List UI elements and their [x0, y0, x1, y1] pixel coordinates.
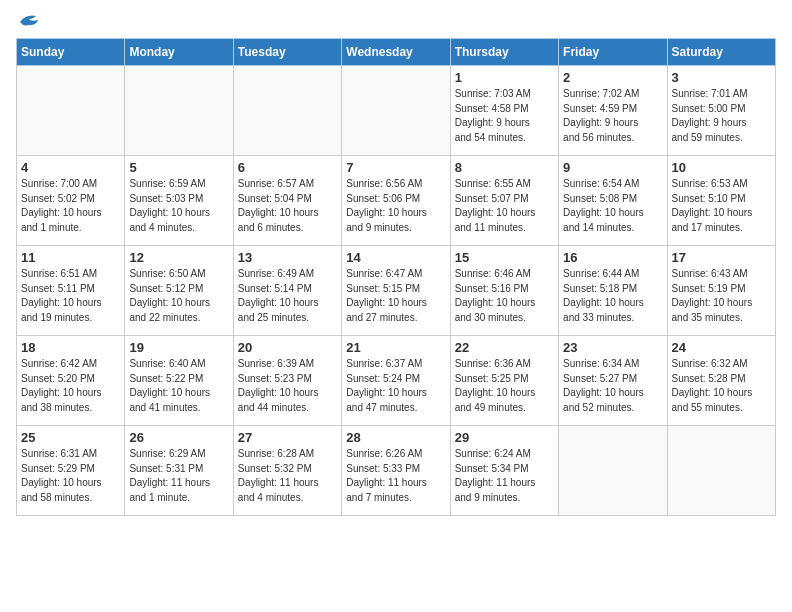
calendar-week-1: 4Sunrise: 7:00 AM Sunset: 5:02 PM Daylig…	[17, 156, 776, 246]
day-number: 17	[672, 250, 771, 265]
day-number: 6	[238, 160, 337, 175]
calendar-header-monday: Monday	[125, 39, 233, 66]
day-info: Sunrise: 6:56 AM Sunset: 5:06 PM Dayligh…	[346, 177, 445, 235]
calendar-cell: 4Sunrise: 7:00 AM Sunset: 5:02 PM Daylig…	[17, 156, 125, 246]
calendar-cell: 6Sunrise: 6:57 AM Sunset: 5:04 PM Daylig…	[233, 156, 341, 246]
day-info: Sunrise: 6:46 AM Sunset: 5:16 PM Dayligh…	[455, 267, 554, 325]
day-number: 28	[346, 430, 445, 445]
calendar-cell: 3Sunrise: 7:01 AM Sunset: 5:00 PM Daylig…	[667, 66, 775, 156]
day-info: Sunrise: 6:50 AM Sunset: 5:12 PM Dayligh…	[129, 267, 228, 325]
day-info: Sunrise: 6:39 AM Sunset: 5:23 PM Dayligh…	[238, 357, 337, 415]
calendar-cell: 18Sunrise: 6:42 AM Sunset: 5:20 PM Dayli…	[17, 336, 125, 426]
calendar-cell: 5Sunrise: 6:59 AM Sunset: 5:03 PM Daylig…	[125, 156, 233, 246]
day-number: 9	[563, 160, 662, 175]
calendar-header-saturday: Saturday	[667, 39, 775, 66]
day-number: 25	[21, 430, 120, 445]
calendar-week-4: 25Sunrise: 6:31 AM Sunset: 5:29 PM Dayli…	[17, 426, 776, 516]
day-number: 10	[672, 160, 771, 175]
day-number: 23	[563, 340, 662, 355]
day-number: 7	[346, 160, 445, 175]
day-number: 15	[455, 250, 554, 265]
day-info: Sunrise: 6:59 AM Sunset: 5:03 PM Dayligh…	[129, 177, 228, 235]
day-number: 3	[672, 70, 771, 85]
day-number: 21	[346, 340, 445, 355]
day-number: 2	[563, 70, 662, 85]
calendar-cell: 25Sunrise: 6:31 AM Sunset: 5:29 PM Dayli…	[17, 426, 125, 516]
day-info: Sunrise: 6:28 AM Sunset: 5:32 PM Dayligh…	[238, 447, 337, 505]
day-info: Sunrise: 6:49 AM Sunset: 5:14 PM Dayligh…	[238, 267, 337, 325]
day-number: 14	[346, 250, 445, 265]
day-info: Sunrise: 6:51 AM Sunset: 5:11 PM Dayligh…	[21, 267, 120, 325]
calendar-table: SundayMondayTuesdayWednesdayThursdayFrid…	[16, 38, 776, 516]
day-number: 1	[455, 70, 554, 85]
day-number: 29	[455, 430, 554, 445]
calendar-cell: 16Sunrise: 6:44 AM Sunset: 5:18 PM Dayli…	[559, 246, 667, 336]
calendar-cell: 13Sunrise: 6:49 AM Sunset: 5:14 PM Dayli…	[233, 246, 341, 336]
calendar-cell: 12Sunrise: 6:50 AM Sunset: 5:12 PM Dayli…	[125, 246, 233, 336]
day-number: 18	[21, 340, 120, 355]
day-number: 13	[238, 250, 337, 265]
day-info: Sunrise: 6:53 AM Sunset: 5:10 PM Dayligh…	[672, 177, 771, 235]
day-number: 22	[455, 340, 554, 355]
calendar-cell: 22Sunrise: 6:36 AM Sunset: 5:25 PM Dayli…	[450, 336, 558, 426]
calendar-cell	[125, 66, 233, 156]
logo	[16, 16, 40, 30]
day-info: Sunrise: 6:37 AM Sunset: 5:24 PM Dayligh…	[346, 357, 445, 415]
day-info: Sunrise: 6:47 AM Sunset: 5:15 PM Dayligh…	[346, 267, 445, 325]
day-info: Sunrise: 6:44 AM Sunset: 5:18 PM Dayligh…	[563, 267, 662, 325]
day-number: 8	[455, 160, 554, 175]
calendar-cell: 19Sunrise: 6:40 AM Sunset: 5:22 PM Dayli…	[125, 336, 233, 426]
calendar-cell: 21Sunrise: 6:37 AM Sunset: 5:24 PM Dayli…	[342, 336, 450, 426]
calendar-cell: 2Sunrise: 7:02 AM Sunset: 4:59 PM Daylig…	[559, 66, 667, 156]
calendar-cell	[667, 426, 775, 516]
day-number: 26	[129, 430, 228, 445]
day-info: Sunrise: 6:43 AM Sunset: 5:19 PM Dayligh…	[672, 267, 771, 325]
calendar-cell: 23Sunrise: 6:34 AM Sunset: 5:27 PM Dayli…	[559, 336, 667, 426]
day-info: Sunrise: 6:29 AM Sunset: 5:31 PM Dayligh…	[129, 447, 228, 505]
calendar-header-thursday: Thursday	[450, 39, 558, 66]
calendar-cell	[233, 66, 341, 156]
calendar-cell: 29Sunrise: 6:24 AM Sunset: 5:34 PM Dayli…	[450, 426, 558, 516]
day-info: Sunrise: 6:34 AM Sunset: 5:27 PM Dayligh…	[563, 357, 662, 415]
day-number: 20	[238, 340, 337, 355]
calendar-header-row: SundayMondayTuesdayWednesdayThursdayFrid…	[17, 39, 776, 66]
day-info: Sunrise: 7:02 AM Sunset: 4:59 PM Dayligh…	[563, 87, 662, 145]
calendar-cell: 15Sunrise: 6:46 AM Sunset: 5:16 PM Dayli…	[450, 246, 558, 336]
calendar-cell: 28Sunrise: 6:26 AM Sunset: 5:33 PM Dayli…	[342, 426, 450, 516]
calendar-cell: 14Sunrise: 6:47 AM Sunset: 5:15 PM Dayli…	[342, 246, 450, 336]
day-number: 11	[21, 250, 120, 265]
day-info: Sunrise: 6:57 AM Sunset: 5:04 PM Dayligh…	[238, 177, 337, 235]
day-info: Sunrise: 7:01 AM Sunset: 5:00 PM Dayligh…	[672, 87, 771, 145]
day-number: 19	[129, 340, 228, 355]
calendar-cell: 9Sunrise: 6:54 AM Sunset: 5:08 PM Daylig…	[559, 156, 667, 246]
day-number: 12	[129, 250, 228, 265]
calendar-cell: 26Sunrise: 6:29 AM Sunset: 5:31 PM Dayli…	[125, 426, 233, 516]
calendar-week-2: 11Sunrise: 6:51 AM Sunset: 5:11 PM Dayli…	[17, 246, 776, 336]
day-number: 4	[21, 160, 120, 175]
calendar-week-3: 18Sunrise: 6:42 AM Sunset: 5:20 PM Dayli…	[17, 336, 776, 426]
calendar-cell: 10Sunrise: 6:53 AM Sunset: 5:10 PM Dayli…	[667, 156, 775, 246]
day-info: Sunrise: 6:54 AM Sunset: 5:08 PM Dayligh…	[563, 177, 662, 235]
day-info: Sunrise: 6:55 AM Sunset: 5:07 PM Dayligh…	[455, 177, 554, 235]
day-info: Sunrise: 6:26 AM Sunset: 5:33 PM Dayligh…	[346, 447, 445, 505]
logo-bird-icon	[18, 12, 40, 30]
calendar-body: 1Sunrise: 7:03 AM Sunset: 4:58 PM Daylig…	[17, 66, 776, 516]
day-number: 5	[129, 160, 228, 175]
calendar-header-sunday: Sunday	[17, 39, 125, 66]
day-info: Sunrise: 6:31 AM Sunset: 5:29 PM Dayligh…	[21, 447, 120, 505]
day-info: Sunrise: 6:24 AM Sunset: 5:34 PM Dayligh…	[455, 447, 554, 505]
page-header	[16, 16, 776, 30]
calendar-cell: 24Sunrise: 6:32 AM Sunset: 5:28 PM Dayli…	[667, 336, 775, 426]
calendar-cell: 1Sunrise: 7:03 AM Sunset: 4:58 PM Daylig…	[450, 66, 558, 156]
calendar-week-0: 1Sunrise: 7:03 AM Sunset: 4:58 PM Daylig…	[17, 66, 776, 156]
calendar-cell	[342, 66, 450, 156]
day-info: Sunrise: 6:42 AM Sunset: 5:20 PM Dayligh…	[21, 357, 120, 415]
day-info: Sunrise: 6:40 AM Sunset: 5:22 PM Dayligh…	[129, 357, 228, 415]
calendar-cell: 20Sunrise: 6:39 AM Sunset: 5:23 PM Dayli…	[233, 336, 341, 426]
calendar-header-wednesday: Wednesday	[342, 39, 450, 66]
calendar-cell	[17, 66, 125, 156]
calendar-cell: 8Sunrise: 6:55 AM Sunset: 5:07 PM Daylig…	[450, 156, 558, 246]
day-number: 24	[672, 340, 771, 355]
calendar-header-friday: Friday	[559, 39, 667, 66]
calendar-cell	[559, 426, 667, 516]
